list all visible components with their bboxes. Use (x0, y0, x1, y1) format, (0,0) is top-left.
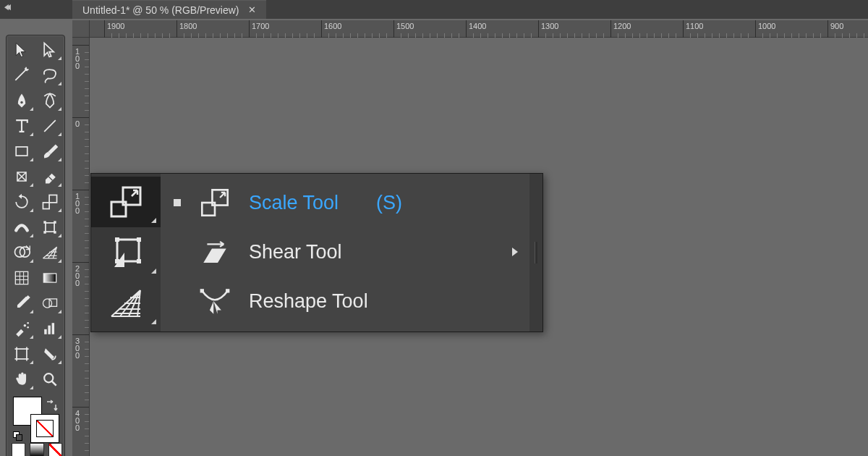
ruler-h-label: 1600 (324, 22, 341, 30)
blend-tool[interactable] (37, 292, 63, 315)
paintbrush-tool[interactable] (37, 140, 63, 163)
scale-tool[interactable] (37, 190, 63, 214)
close-icon[interactable]: ✕ (247, 4, 258, 15)
submenu-arrow-icon (512, 248, 518, 256)
svg-rect-10 (43, 231, 46, 233)
flyout-item-shear[interactable]: Shear Tool (161, 227, 529, 276)
ruler-v-label: 100 (75, 48, 80, 69)
default-fill-stroke-icon[interactable] (13, 431, 23, 442)
curvature-pen-tool[interactable] (37, 89, 63, 112)
tearoff-handle[interactable] (529, 174, 542, 332)
scale-icon (197, 186, 233, 219)
slice-tool[interactable] (37, 342, 63, 366)
svg-rect-22 (44, 329, 46, 334)
magic-wand-tool[interactable] (9, 64, 35, 87)
svg-point-0 (25, 69, 27, 71)
flyout-item-scale[interactable]: Scale Tool (S) (161, 178, 529, 227)
gradient-tool[interactable] (37, 266, 63, 290)
ruler-h-label: 1900 (107, 22, 124, 30)
flyout-item-shortcut: (S) (376, 192, 402, 214)
ruler-origin[interactable] (72, 20, 90, 38)
direct-selection-tool[interactable] (37, 38, 63, 62)
ruler-h-label: 1300 (541, 22, 558, 30)
ruler-v-label: 400 (75, 410, 80, 431)
ruler-vertical[interactable]: 1000100200300400 (72, 38, 90, 456)
panel-collapse-icon[interactable]: ◀◀ (4, 2, 9, 12)
flyout-free-transform-tool-icon[interactable] (91, 227, 161, 278)
symbol-sprayer-tool[interactable] (9, 317, 35, 340)
width-tool[interactable] (9, 216, 35, 239)
ruler-horizontal[interactable]: 1900180017001600150014001300120011001000… (72, 20, 868, 38)
svg-rect-31 (115, 237, 119, 242)
reshape-icon (197, 284, 233, 318)
shape-builder-tool[interactable] (9, 241, 35, 264)
svg-line-2 (44, 120, 56, 132)
color-mode-solid[interactable] (12, 443, 25, 456)
svg-rect-15 (43, 274, 56, 282)
type-tool[interactable] (9, 114, 35, 138)
ruler-h-label: 1200 (613, 22, 631, 30)
svg-rect-11 (54, 231, 56, 233)
ruler-h-label: 1700 (252, 22, 269, 30)
shear-icon (197, 235, 233, 269)
flyout-item-reshape[interactable]: Reshape Tool (161, 276, 529, 326)
svg-line-27 (52, 381, 56, 386)
stroke-swatch[interactable] (30, 414, 59, 443)
flyout-scale-tool-icon[interactable] (91, 177, 161, 227)
color-mode-none[interactable] (48, 443, 62, 456)
svg-point-21 (27, 326, 29, 329)
pen-tool[interactable] (9, 89, 35, 112)
flyout-item-label: Reshape Tool (249, 290, 368, 313)
svg-rect-34 (137, 259, 141, 263)
zoom-tool[interactable] (37, 368, 63, 391)
perspective-grid-tool[interactable] (37, 241, 63, 264)
document-tab-row: Untitled-1* @ 50 % (RGB/Preview) ✕ (72, 0, 266, 19)
svg-rect-14 (15, 271, 27, 284)
svg-rect-6 (43, 203, 49, 209)
ruler-v-label: 100 (75, 193, 80, 214)
color-mode-gradient[interactable] (30, 443, 43, 456)
flyout-item-label: Shear Tool (249, 241, 342, 263)
svg-rect-24 (52, 323, 54, 334)
rotate-tool[interactable] (9, 190, 35, 214)
fill-stroke-swatches[interactable] (9, 395, 62, 443)
ruler-h-label: 1400 (469, 22, 486, 30)
eraser-tool[interactable] (37, 165, 63, 188)
line-segment-tool[interactable] (37, 114, 63, 138)
flyout-selected-marker (174, 199, 181, 206)
ruler-h-label: 1800 (179, 22, 197, 30)
shaper-tool[interactable] (9, 165, 35, 188)
tools-panel (6, 35, 65, 456)
ruler-v-label: 300 (75, 337, 80, 359)
svg-point-1 (20, 101, 22, 104)
document-tab[interactable]: Untitled-1* @ 50 % (RGB/Preview) ✕ (72, 0, 266, 19)
ruler-h-label: 1000 (758, 22, 775, 30)
svg-rect-9 (54, 221, 56, 223)
svg-rect-32 (137, 237, 141, 242)
tool-flyout-menu: Scale Tool (S) Shear Tool (161, 174, 529, 332)
rectangle-tool[interactable] (9, 140, 35, 163)
tool-flyout: Scale Tool (S) Shear Tool (90, 173, 543, 332)
ruler-h-label: 1100 (686, 22, 703, 30)
svg-rect-3 (16, 147, 27, 156)
mesh-tool[interactable] (9, 266, 35, 290)
svg-rect-8 (43, 221, 46, 223)
swap-fill-stroke-icon[interactable] (45, 400, 58, 413)
eyedropper-tool[interactable] (9, 292, 35, 315)
lasso-tool[interactable] (37, 64, 63, 87)
selection-tool[interactable] (9, 38, 35, 62)
tool-flyout-column (91, 174, 161, 332)
column-graph-tool[interactable] (37, 317, 63, 340)
svg-point-26 (44, 373, 53, 382)
ruler-v-label: 200 (75, 265, 80, 287)
svg-rect-7 (46, 223, 54, 232)
svg-rect-23 (48, 326, 50, 334)
flyout-perspective-tool-icon[interactable] (91, 278, 161, 329)
svg-rect-37 (200, 289, 204, 292)
flyout-item-label: Scale Tool (249, 192, 339, 214)
document-tab-title: Untitled-1* @ 50 % (RGB/Preview) (82, 4, 239, 16)
hand-tool[interactable] (9, 368, 35, 391)
artboard-tool[interactable] (9, 342, 35, 366)
free-transform-tool[interactable] (37, 216, 63, 239)
svg-point-19 (24, 324, 26, 326)
